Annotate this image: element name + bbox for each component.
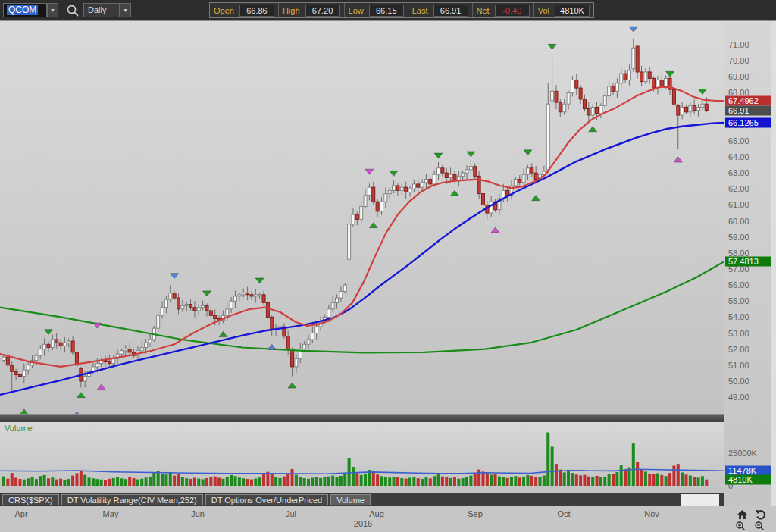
- toolbar: QCOM ▼ Daily ▼ Open66.86High67.20Low66.1…: [0, 0, 776, 21]
- candle-body: [506, 190, 509, 195]
- candle-body: [575, 80, 578, 89]
- candle-body: [193, 308, 196, 311]
- volume-bar: [319, 478, 322, 486]
- candle-body: [47, 344, 50, 347]
- indicator-tab-dt-volatility-range-civ-mean-252[interactable]: DT Volatility Range(CIV Mean,252): [61, 494, 203, 505]
- candle-body: [701, 104, 704, 107]
- symbol-dropdown-button[interactable]: ▼: [47, 3, 58, 17]
- volume-bar: [43, 475, 46, 486]
- volume-bar: [571, 473, 574, 486]
- candle-body: [120, 351, 123, 354]
- tabstrip-scroll-area[interactable]: [681, 494, 719, 506]
- moving-average-mid-blue: [0, 123, 724, 395]
- signal-marker-up: [369, 223, 377, 228]
- candle-body: [481, 194, 484, 205]
- volume-bar: [579, 475, 582, 486]
- candle-body: [624, 74, 627, 80]
- volume-chart-canvas[interactable]: [0, 422, 724, 493]
- x-axis-month-label: Apr: [14, 509, 27, 518]
- signal-marker-up: [288, 383, 296, 388]
- volume-bar: [336, 477, 339, 486]
- volume-bar: [453, 477, 456, 486]
- volume-bar: [185, 478, 188, 486]
- volume-bar: [620, 465, 623, 486]
- volume-bar: [254, 479, 257, 486]
- candle-body: [271, 317, 274, 330]
- volume-bar: [286, 473, 289, 486]
- candle-body: [417, 184, 420, 187]
- volume-bar: [67, 479, 70, 486]
- candle-body: [71, 341, 74, 352]
- zoom-in-button[interactable]: [735, 521, 749, 532]
- price-tick-label: 52.00: [728, 345, 749, 354]
- volume-bar: [327, 477, 330, 486]
- volume-bar: [514, 476, 517, 486]
- candle-body: [603, 96, 606, 106]
- candle-body: [234, 296, 237, 301]
- indicator-tab-crs-spx[interactable]: CRS($SPX): [2, 494, 59, 505]
- undo-button[interactable]: [755, 509, 768, 520]
- search-button[interactable]: [65, 3, 80, 18]
- candle-body: [315, 327, 318, 333]
- price-tick-label: 62.00: [728, 184, 749, 193]
- pane-divider[interactable]: [0, 414, 776, 422]
- volume-bar: [417, 478, 420, 486]
- candle-body: [681, 107, 684, 115]
- quote-group: Open66.86High67.20Low66.15Last66.91Net-0…: [209, 2, 594, 18]
- candle-body: [262, 295, 265, 303]
- volume-bar: [234, 476, 237, 486]
- volume-bar: [112, 478, 115, 486]
- volume-bar: [624, 469, 627, 486]
- indicator-tab-dt-options-over-underpriced[interactable]: DT Options Over/UnderPriced: [205, 494, 329, 505]
- candle-body: [197, 308, 200, 311]
- volume-bar: [555, 464, 558, 486]
- candle-body: [189, 304, 192, 307]
- zoom-out-button[interactable]: [754, 521, 768, 532]
- volume-bar: [104, 480, 107, 486]
- volume-bar: [14, 478, 17, 486]
- home-button[interactable]: [737, 509, 750, 521]
- volume-bar: [677, 464, 680, 486]
- candle-body: [433, 174, 436, 184]
- price-axis[interactable]: 71.0070.0069.0068.0067.0066.0065.0064.00…: [724, 21, 776, 506]
- indicator-tab-volume[interactable]: Volume: [330, 494, 371, 505]
- volume-bar: [384, 477, 387, 486]
- quote-value: 66.15: [369, 5, 404, 17]
- signal-marker-down: [203, 291, 211, 296]
- volume-bar: [205, 478, 208, 486]
- symbol-input[interactable]: QCOM: [3, 3, 47, 17]
- candle-body: [372, 187, 375, 202]
- price-chart-canvas[interactable]: [0, 21, 724, 414]
- volume-bar: [522, 477, 525, 486]
- candle-body: [59, 343, 62, 346]
- quote-field-open: Open66.86: [210, 3, 279, 17]
- volume-bar: [360, 475, 363, 486]
- zoom-out-icon: [754, 521, 765, 531]
- price-tick-label: 56.00: [728, 280, 749, 289]
- volume-bar: [526, 475, 529, 486]
- volume-bar: [250, 480, 253, 486]
- volume-bar: [217, 478, 221, 486]
- x-axis-month-label: Jul: [286, 509, 296, 518]
- volume-bar: [474, 474, 477, 486]
- volume-bar: [307, 479, 310, 486]
- volume-bar: [31, 477, 34, 486]
- signal-marker-down: [44, 330, 52, 335]
- signal-marker-down: [524, 150, 532, 155]
- candle-body: [632, 48, 635, 68]
- volume-bar: [355, 473, 358, 486]
- price-tick-label: 54.00: [728, 312, 749, 321]
- volume-bar: [665, 476, 668, 486]
- candle-body: [169, 293, 172, 299]
- price-tick-label: 65.00: [728, 136, 749, 146]
- volume-bar: [510, 477, 513, 486]
- candle-body: [258, 295, 261, 296]
- timeframe-select[interactable]: Daily: [83, 3, 120, 17]
- home-icon: [737, 509, 748, 520]
- volume-bar: [11, 473, 14, 486]
- candle-body: [164, 299, 167, 308]
- volume-bar: [494, 474, 497, 486]
- volume-bar: [457, 479, 460, 486]
- timeframe-dropdown-button[interactable]: ▼: [120, 3, 131, 17]
- quote-label: Last: [412, 6, 428, 15]
